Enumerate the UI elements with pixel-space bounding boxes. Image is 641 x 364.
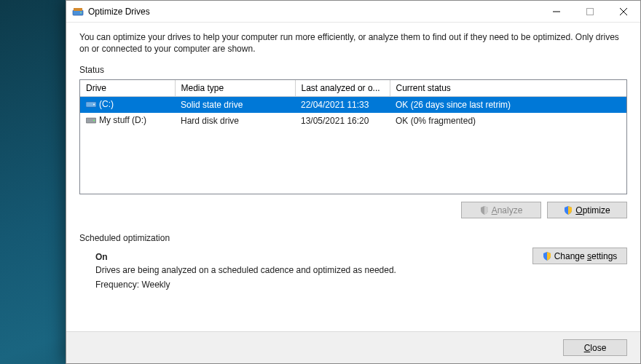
last-analyzed: 22/04/2021 11:33	[295, 97, 390, 114]
media-type: Solid state drive	[175, 97, 295, 114]
dialog-footer: Close	[66, 331, 640, 363]
current-status: OK (26 days since last retrim)	[390, 97, 626, 114]
minimize-button[interactable]	[540, 1, 573, 22]
table-header-row: Drive Media type Last analyzed or o... C…	[80, 80, 626, 97]
action-button-row: Analyze Optimize	[79, 202, 627, 218]
schedule-desc: Drives are being analyzed on a scheduled…	[95, 265, 626, 275]
header-drive[interactable]: Drive	[80, 80, 175, 97]
svg-rect-1	[74, 8, 82, 11]
shield-icon	[480, 206, 489, 215]
svg-point-8	[93, 104, 95, 106]
intro-text: You can optimize your drives to help you…	[79, 31, 627, 55]
last-analyzed: 13/05/2021 16:20	[295, 113, 390, 129]
shield-icon	[543, 252, 551, 261]
schedule-frequency: Frequency: Weekly	[95, 280, 626, 290]
drive-ssd-icon	[86, 100, 96, 111]
table-row[interactable]: My stuff (D:)Hard disk drive13/05/2021 1…	[80, 113, 626, 129]
optimize-drives-window: Optimize Drives You can optimize your dr…	[66, 0, 641, 364]
frequency-value: Weekly	[141, 280, 170, 290]
drive-name: My stuff (D:)	[99, 115, 146, 125]
titlebar: Optimize Drives	[66, 1, 640, 23]
table-row[interactable]: (C:)Solid state drive22/04/2021 11:33OK …	[80, 97, 626, 114]
maximize-button[interactable]	[573, 1, 607, 22]
svg-point-2	[80, 12, 82, 13]
close-window-button[interactable]	[607, 1, 640, 22]
close-button-label: Close	[584, 343, 607, 353]
close-button[interactable]: Close	[563, 339, 627, 356]
change-settings-label: Change settings	[554, 251, 618, 261]
header-status[interactable]: Current status	[390, 80, 626, 97]
change-settings-button[interactable]: Change settings	[532, 248, 627, 264]
header-media[interactable]: Media type	[175, 80, 295, 97]
drives-table[interactable]: Drive Media type Last analyzed or o... C…	[79, 79, 627, 194]
analyze-button-label: Analyze	[492, 205, 523, 215]
analyze-button: Analyze	[461, 202, 541, 218]
drive-name: (C:)	[99, 99, 114, 109]
svg-rect-4	[587, 8, 594, 15]
content-area: You can optimize your drives to help you…	[66, 23, 640, 331]
scheduled-optimization-section: Scheduled optimization Change settings O…	[79, 233, 627, 294]
status-label: Status	[79, 65, 627, 75]
optimize-button[interactable]: Optimize	[547, 202, 627, 218]
current-status: OK (0% fragmented)	[390, 113, 626, 129]
window-title: Optimize Drives	[88, 7, 150, 17]
app-icon	[72, 6, 84, 17]
optimize-button-label: Optimize	[575, 205, 610, 215]
frequency-label: Frequency:	[95, 280, 139, 290]
window-controls	[540, 1, 640, 22]
schedule-label: Scheduled optimization	[79, 233, 627, 243]
svg-point-10	[93, 120, 95, 122]
media-type: Hard disk drive	[175, 113, 295, 129]
drive-hdd-icon	[86, 116, 96, 127]
header-last-analyzed[interactable]: Last analyzed or o...	[295, 80, 390, 97]
shield-icon	[564, 206, 573, 215]
